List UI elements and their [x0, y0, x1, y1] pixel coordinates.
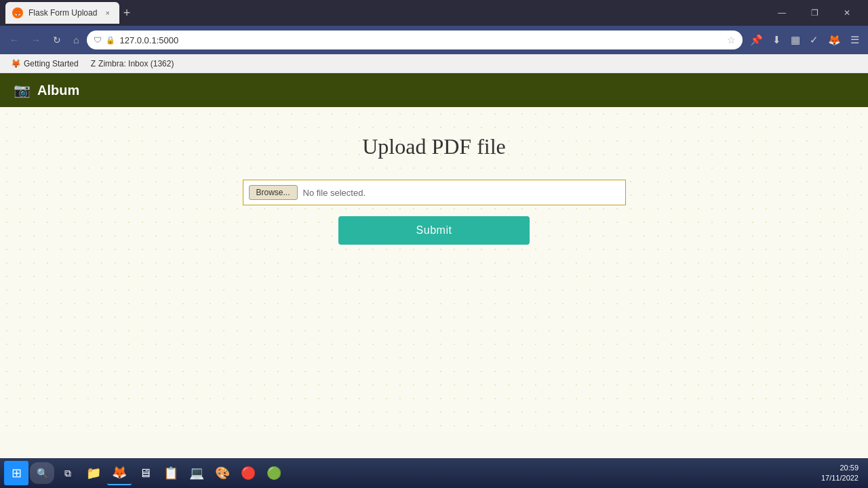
start-button[interactable]: ⊞ — [4, 461, 28, 485]
firefox-taskbar-button[interactable]: 🦊 — [107, 461, 132, 485]
address-bar[interactable]: 🛡 🔒 127.0.0.1:5000 ☆ — [87, 30, 743, 49]
active-tab[interactable]: 🦊 Flask Form Upload × — [5, 2, 119, 24]
taskbar-search-button[interactable]: 🔍 — [30, 462, 54, 484]
url-text[interactable]: 127.0.0.1:5000 — [119, 35, 723, 45]
bookmark-icon-zimbra: Z — [91, 59, 96, 68]
bookmark-zimbra[interactable]: Z Zimbra: Inbox (1362) — [87, 58, 178, 70]
bookmark-icon-firefox: 🦊 — [11, 59, 21, 68]
taskbar-app-6[interactable]: 🟢 — [262, 461, 286, 485]
bookmark-getting-started[interactable]: 🦊 Getting Started — [7, 58, 83, 70]
file-name-display: No file selected. — [303, 188, 366, 198]
back-button[interactable]: ← — [5, 32, 23, 48]
app-header-camera-icon: 📷 — [14, 82, 31, 98]
taskbar-clock: 20:59 17/11/2022 — [821, 463, 864, 484]
nav-right-icons: 📌 ⬇ ▦ ✓ 🦊 ☰ — [747, 31, 863, 49]
taskbar-app-3[interactable]: 💻 — [184, 461, 209, 485]
file-explorer-button[interactable]: 📁 — [81, 461, 106, 485]
clock-time: 20:59 — [821, 463, 859, 473]
task-view-button[interactable]: ⧉ — [56, 461, 80, 485]
taskbar-app-5[interactable]: 🔴 — [236, 461, 260, 485]
taskbar-app-4[interactable]: 🎨 — [210, 461, 235, 485]
pocket-icon[interactable]: 📌 — [747, 31, 766, 49]
title-bar: 🦊 Flask Form Upload × + — ❐ ✕ — [0, 0, 868, 26]
hamburger-menu-icon[interactable]: ☰ — [847, 31, 863, 49]
bookmarks-bar: 🦊 Getting Started Z Zimbra: Inbox (1362) — [0, 54, 868, 73]
shield-icon: 🛡 — [94, 35, 102, 45]
tab-title: Flask Form Upload — [28, 8, 97, 18]
extension-icon[interactable]: ✓ — [806, 31, 822, 49]
tab-close-button[interactable]: × — [102, 7, 112, 18]
tab-favicon: 🦊 — [12, 7, 23, 18]
minimize-button[interactable]: — — [766, 3, 797, 23]
home-button[interactable]: ⌂ — [69, 32, 83, 48]
submit-button[interactable]: Submit — [338, 216, 530, 245]
nav-bar: ← → ↻ ⌂ 🛡 🔒 127.0.0.1:5000 ☆ 📌 ⬇ ▦ ✓ 🦊 ☰ — [0, 26, 868, 54]
window-controls: — ❐ ✕ — [766, 3, 863, 23]
refresh-button[interactable]: ↻ — [49, 32, 65, 48]
page-title: Upload PDF file — [362, 134, 506, 159]
browse-button[interactable]: Browse... — [249, 185, 298, 200]
new-tab-button[interactable]: + — [123, 6, 131, 20]
app-header-title: Album — [37, 83, 79, 98]
bookmark-star-icon[interactable]: ☆ — [727, 35, 736, 45]
bookmark-label-zimbra: Zimbra: Inbox (1362) — [98, 59, 174, 68]
page-content: Upload PDF file Browse... No file select… — [0, 107, 868, 432]
taskbar-app-1[interactable]: 🖥 — [133, 461, 157, 485]
file-input-wrapper: Browse... No file selected. — [243, 180, 626, 205]
firefox-account-icon[interactable]: 🦊 — [825, 31, 844, 49]
close-button[interactable]: ✕ — [831, 3, 863, 23]
taskbar: ⊞ 🔍 ⧉ 📁 🦊 🖥 📋 💻 🎨 🔴 🟢 20:59 17/11/2022 — [0, 458, 868, 488]
sidebar-icon[interactable]: ▦ — [787, 31, 804, 49]
lock-icon: 🔒 — [106, 36, 115, 45]
app-header: 📷 Album — [0, 73, 868, 107]
bookmark-label-getting-started: Getting Started — [24, 59, 79, 68]
taskbar-app-2[interactable]: 📋 — [159, 461, 183, 485]
clock-date: 17/11/2022 — [821, 473, 859, 483]
restore-button[interactable]: ❐ — [799, 3, 830, 23]
tab-bar: 🦊 Flask Form Upload × + — [5, 0, 764, 26]
forward-button[interactable]: → — [27, 32, 45, 48]
download-icon[interactable]: ⬇ — [769, 31, 785, 49]
